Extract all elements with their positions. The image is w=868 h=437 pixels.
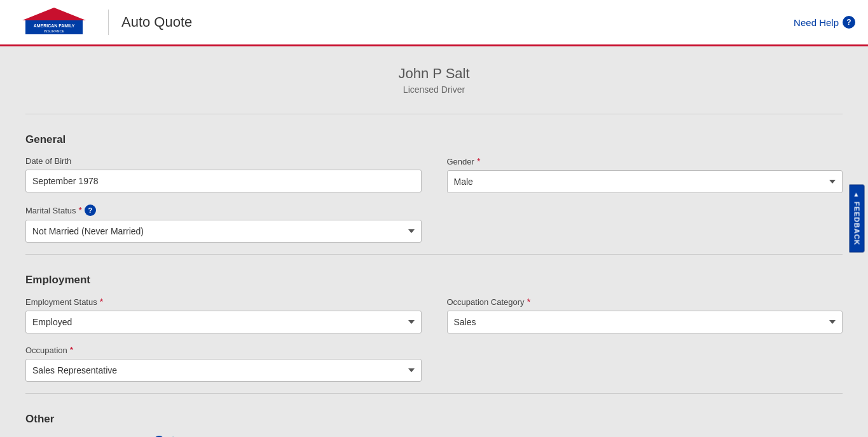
help-icon[interactable]: ? <box>843 16 855 29</box>
occupation-category-required-star: * <box>527 297 530 307</box>
person-subtitle: Licensed Driver <box>25 84 843 95</box>
need-help-link[interactable]: Need Help <box>794 17 839 28</box>
general-section-title: General <box>25 127 843 146</box>
marital-spacer <box>447 205 843 243</box>
marital-required-star: * <box>78 205 81 215</box>
employment-section: Employment Employment Status * Employed … <box>25 267 843 382</box>
feedback-tab-arrow: ◄ <box>853 191 860 198</box>
other-section: Other Social Security Number (Optional) … <box>25 407 843 437</box>
person-header: John P Salt Licensed Driver <box>25 65 843 95</box>
marital-row: Marital Status * ? Not Married (Never Ma… <box>25 205 843 243</box>
gender-required-star: * <box>477 156 480 166</box>
general-top-divider <box>25 114 843 114</box>
occupation-category-group: Occupation Category * Sales Management T… <box>447 297 843 333</box>
feedback-tab[interactable]: ◄ FEEDBACK <box>849 184 864 252</box>
dob-label: Date of Birth <box>25 156 422 166</box>
employment-section-title: Employment <box>25 267 843 286</box>
dob-group: Date of Birth <box>25 156 422 193</box>
employment-status-group: Employment Status * Employed Self-Employ… <box>25 297 422 333</box>
general-section: General Date of Birth Gender * Male Fema… <box>25 127 843 243</box>
employment-status-select[interactable]: Employed Self-Employed Retired Student U… <box>25 311 422 333</box>
dob-gender-row: Date of Birth Gender * Male Female <box>25 156 843 193</box>
occupation-spacer <box>447 345 843 382</box>
occupation-select[interactable]: Sales Representative Account Manager Sal… <box>25 359 422 382</box>
logo: AMERICAN FAMILY INSURANCE <box>13 6 95 38</box>
occupation-required-star: * <box>70 345 73 355</box>
svg-text:INSURANCE: INSURANCE <box>44 29 65 33</box>
svg-text:AMERICAN FAMILY: AMERICAN FAMILY <box>34 24 75 28</box>
main-content: John P Salt Licensed Driver General Date… <box>0 46 868 437</box>
marital-status-group: Marital Status * ? Not Married (Never Ma… <box>25 205 422 243</box>
occupation-group: Occupation * Sales Representative Accoun… <box>25 345 422 382</box>
other-top-divider <box>25 393 843 394</box>
feedback-label: FEEDBACK <box>853 201 860 245</box>
need-help-container: Need Help ? <box>794 16 855 29</box>
gender-label: Gender * <box>447 156 843 166</box>
employment-required-star: * <box>100 297 103 307</box>
occupation-category-select[interactable]: Sales Management Technology Healthcare E… <box>447 311 843 333</box>
employment-row: Employment Status * Employed Self-Employ… <box>25 297 843 333</box>
gender-group: Gender * Male Female <box>447 156 843 193</box>
person-name: John P Salt <box>25 65 843 82</box>
svg-marker-0 <box>22 8 86 20</box>
gender-select[interactable]: Male Female <box>447 170 843 193</box>
occupation-category-label: Occupation Category * <box>447 297 843 307</box>
marital-info-icon[interactable]: ? <box>85 205 96 216</box>
other-section-title: Other <box>25 407 843 426</box>
occupation-label: Occupation * <box>25 345 422 355</box>
page-header: AMERICAN FAMILY INSURANCE Auto Quote Nee… <box>0 0 868 46</box>
employment-top-divider <box>25 254 843 255</box>
marital-status-select[interactable]: Not Married (Never Married) Married Divo… <box>25 220 422 243</box>
logo-svg: AMERICAN FAMILY INSURANCE <box>13 6 95 38</box>
marital-status-label: Marital Status * ? <box>25 205 422 216</box>
header-divider <box>108 10 109 35</box>
dob-input[interactable] <box>25 170 422 192</box>
page-title: Auto Quote <box>121 14 192 30</box>
occupation-row: Occupation * Sales Representative Accoun… <box>25 345 843 382</box>
employment-status-label: Employment Status * <box>25 297 422 307</box>
